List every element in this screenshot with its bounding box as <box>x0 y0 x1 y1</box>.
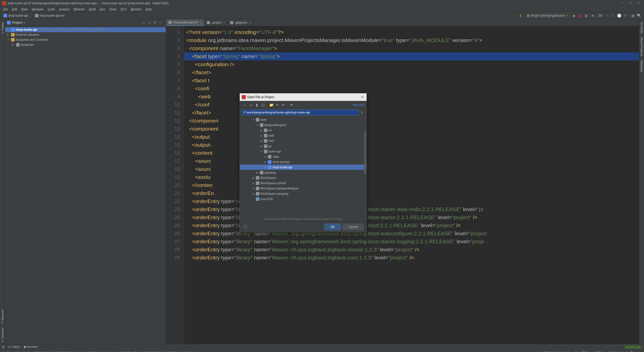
search-everywhere-icon[interactable]: 🔍 <box>637 13 641 18</box>
project-view-dropdown[interactable]: ▾ <box>23 21 25 24</box>
tree-root[interactable]: ▶ shop-tuoke-apiF:\work\jiangnanfengran\… <box>5 27 166 32</box>
home-icon[interactable]: ⌂ <box>242 102 247 107</box>
minimize-button[interactable]: — <box>619 1 626 6</box>
menu-analyze[interactable]: Analyze <box>57 7 72 12</box>
tree-scratches[interactable]: ▼Scratches and Consoles <box>5 37 166 42</box>
dialog-tree-node[interactable]: ▶cd <box>240 128 367 133</box>
project-structure-icon[interactable]: ▦ <box>631 13 635 18</box>
tool-tab-todo[interactable]: 6: TODO <box>7 345 22 349</box>
locate-icon[interactable]: ⊙ <box>142 21 146 25</box>
dialog-tree-node[interactable]: ▶.idea <box>240 154 367 159</box>
menu-code[interactable]: Code <box>46 7 57 12</box>
help-icon[interactable]: ? <box>243 224 248 229</box>
status-lock-icon[interactable]: 🔒 <box>628 351 635 352</box>
desktop-icon[interactable]: ▭ <box>248 102 253 107</box>
tool-tab-favorites[interactable]: 2: Favorites <box>1 326 5 344</box>
menu-refactor[interactable]: Refactor <box>72 7 87 12</box>
stop-button[interactable]: ■ <box>590 13 595 18</box>
dialog-tree-node[interactable]: ▶cd-tk-domain <box>240 159 367 165</box>
cancel-button[interactable]: Cancel <box>343 224 364 230</box>
tree-external-libs[interactable]: ▶External Libraries <box>5 32 166 37</box>
tool-tab-project[interactable]: 1: Project <box>1 20 5 36</box>
dialog-tree-node[interactable]: ▶mall <box>240 133 367 138</box>
path-input[interactable] <box>242 110 358 115</box>
menu-edit[interactable]: Edit <box>10 7 19 12</box>
menu-window[interactable]: Window <box>129 7 143 12</box>
dialog-tree-node[interactable]: ▶mini <box>240 138 367 143</box>
dialog-tree-node[interactable]: ▶WorkSpace-cdmall <box>240 180 367 186</box>
close-button[interactable]: ✕ <box>635 1 642 6</box>
editor-tab[interactable]: .gitignore× <box>228 19 254 26</box>
close-tab-icon[interactable]: × <box>249 21 251 24</box>
status-encoding[interactable]: UTF-8 ÷ <box>593 351 607 352</box>
menu-help[interactable]: Help <box>143 7 154 12</box>
run-button[interactable]: ▶ <box>572 13 577 18</box>
menu-run[interactable]: Run <box>98 7 107 12</box>
breadcrumb-module[interactable]: shop-tuoke-api <box>2 13 29 18</box>
status-git[interactable]: Git: develop ÷ <box>607 351 628 352</box>
tool-tab-structure[interactable]: 7: Structure <box>1 307 5 326</box>
vcs-commit-icon[interactable]: ✓ <box>611 13 615 18</box>
vcs-history-icon[interactable]: 🕘 <box>617 13 621 18</box>
toolwindows-icon[interactable]: ▦ <box>2 345 5 348</box>
tool-tab-terminal[interactable]: ▣ Terminal <box>22 345 39 349</box>
dialog-tree-node[interactable]: ▼tuoke-api <box>240 149 367 154</box>
menu-navigate[interactable]: Navigate <box>30 7 46 12</box>
dialog-close-icon[interactable]: × <box>360 95 365 99</box>
dialog-tree-node[interactable]: ▶WorkSpace <box>240 175 367 180</box>
ok-button[interactable]: OK <box>325 224 340 230</box>
dialog-app-icon <box>242 95 246 99</box>
show-hidden-icon[interactable]: 👁 <box>289 102 294 107</box>
dialog-tree-node[interactable]: ▶WorkSpace-jiangnanfengran <box>240 186 367 191</box>
debug-button[interactable]: 🐞 <box>578 13 583 18</box>
refresh-icon[interactable]: ⟳ <box>281 102 286 107</box>
open-file-dialog: Open File or Project × ⌂ ▭ ▮ ◫ 📁 ✕ ⟳ 👁 H… <box>239 93 367 232</box>
tool-tab-ant[interactable]: Ant Build <box>640 20 644 35</box>
project-dir-icon[interactable]: ▮ <box>254 102 259 107</box>
hide-panel-icon[interactable]: — <box>159 21 163 25</box>
collapse-icon[interactable]: ⇲ <box>148 21 152 25</box>
vcs-revert-icon[interactable]: ↺ <box>623 13 627 18</box>
tree-scratches-child[interactable]: ▶Scratches <box>5 42 166 47</box>
module-dir-icon[interactable]: ◫ <box>260 102 265 107</box>
dialog-tree-node[interactable]: ▶yanyang <box>240 170 367 175</box>
new-folder-icon[interactable]: 📁 <box>269 102 274 107</box>
project-tree[interactable]: ▶ shop-tuoke-apiF:\work\jiangnanfengran\… <box>5 26 166 344</box>
status-lineend[interactable]: CRLF ÷ <box>579 351 593 352</box>
event-log-button[interactable]: ● Event Log <box>624 345 642 349</box>
breadcrumb-file[interactable]: 〉shop-tuoke-api.iml <box>29 13 66 18</box>
coverage-button[interactable]: ◧ <box>584 13 589 18</box>
hide-path-link[interactable]: Hide path <box>353 103 365 106</box>
vcs-update-icon[interactable]: ✓ <box>605 13 609 18</box>
build-icon[interactable]: ⬇ <box>518 13 523 18</box>
menu-build[interactable]: Build <box>87 7 98 12</box>
status-info-icon[interactable]: ⓘ <box>2 350 6 352</box>
dialog-tree-node[interactable]: ▼work <box>240 117 367 122</box>
status-pos[interactable]: 4:1 <box>571 351 579 352</box>
menu-file[interactable]: File <box>1 7 10 12</box>
editor-body[interactable]: 1234567891011121314151617181920212223242… <box>166 26 639 344</box>
dialog-tree[interactable]: ▼work▼jiangnanfengran▶cd▶mall▶mini▶pc▼tu… <box>240 116 367 217</box>
settings-icon[interactable]: ⚙ <box>153 21 157 25</box>
close-tab-icon[interactable]: × <box>223 21 225 24</box>
editor-tab[interactable]: shop-tuoke-api.iml× <box>166 19 204 26</box>
dialog-tree-node[interactable]: ▼jiangnanfengran <box>240 122 367 128</box>
run-config-dropdown[interactable]: ▣ShopTuokeApiApplication▾ <box>525 13 570 18</box>
dialog-tree-node[interactable]: rose.EXE <box>240 196 367 202</box>
path-history-icon[interactable]: ⭳ <box>359 110 365 115</box>
editor-tab[interactable]: .project× <box>204 19 228 26</box>
status-mem-icon[interactable]: ⬚ <box>635 351 642 352</box>
dialog-scrollbar[interactable] <box>364 131 366 174</box>
maximize-button[interactable]: ▢ <box>627 1 634 6</box>
dialog-tree-node[interactable]: ▶WorkSpace-yanyang <box>240 191 367 196</box>
delete-icon[interactable]: ✕ <box>275 102 280 107</box>
dialog-titlebar[interactable]: Open File or Project × <box>240 93 367 101</box>
tool-tab-database[interactable]: Database <box>640 58 644 74</box>
tool-tab-maven[interactable]: Maven Projects <box>640 35 644 58</box>
menu-tools[interactable]: Tools <box>107 7 118 12</box>
menu-vcs[interactable]: VCS <box>118 7 129 12</box>
dialog-tree-node[interactable]: ▶pc <box>240 143 367 149</box>
dialog-tree-node[interactable]: ▶shop-tuoke-api <box>240 165 367 170</box>
close-tab-icon[interactable]: × <box>200 21 202 24</box>
menu-view[interactable]: View <box>19 7 30 12</box>
